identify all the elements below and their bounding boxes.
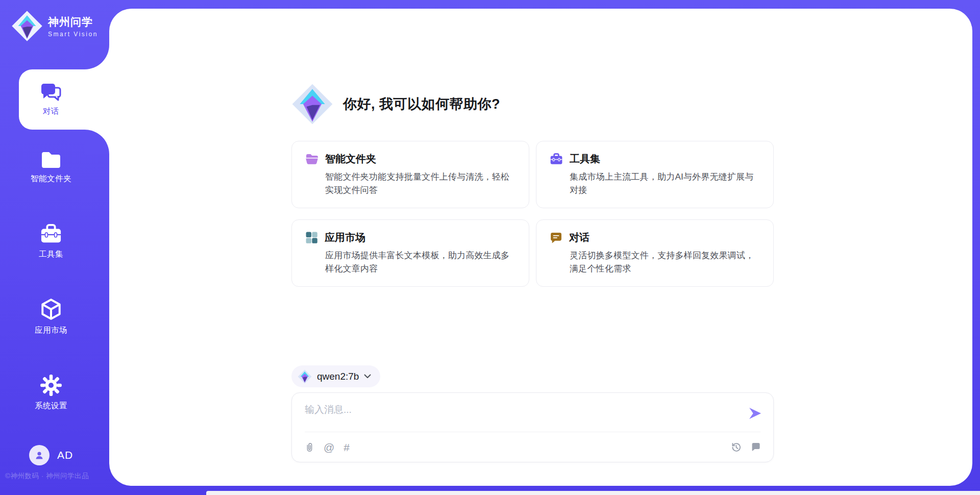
sidebar-item-folder[interactable]: 智能文件夹 bbox=[0, 150, 102, 184]
tab-fillet-top bbox=[85, 45, 109, 69]
sidebar-item-tools[interactable]: 工具集 bbox=[0, 224, 102, 260]
sidebar-item-label: 智能文件夹 bbox=[31, 174, 71, 184]
diamond-logo-icon bbox=[291, 83, 333, 125]
sidebar-item-chat[interactable]: 对话 bbox=[19, 69, 109, 130]
card-title: 对话 bbox=[569, 231, 590, 244]
brand-diamond-logo-icon bbox=[11, 10, 43, 42]
sidebar: 神州问学 Smart Vision 对话 bbox=[0, 0, 109, 495]
model-selector[interactable]: qwen2:7b bbox=[291, 365, 380, 387]
card-head: 对话 bbox=[550, 231, 760, 244]
chat-bubble-icon[interactable] bbox=[751, 442, 761, 452]
composer: @ # bbox=[291, 392, 774, 462]
copyright: ©神州数码 · 神州问学出品 bbox=[5, 472, 107, 481]
model-name: qwen2:7b bbox=[317, 371, 359, 382]
card-chat[interactable]: 对话 灵活切换多模型文件，支持多样回复效果调试，满足个性化需求 bbox=[536, 219, 774, 287]
sidebar-item-chat-inner: 对话 bbox=[19, 69, 83, 130]
gear-icon bbox=[40, 374, 62, 397]
composer-tools-left: @ # bbox=[304, 441, 350, 453]
card-head: 应用市场 bbox=[305, 231, 516, 244]
cube-icon bbox=[39, 298, 63, 321]
sidebar-item-label: 系统设置 bbox=[35, 401, 67, 411]
card-desc: 集成市场上主流工具，助力AI与外界无缝扩展与对接 bbox=[570, 170, 760, 196]
paperclip-icon[interactable] bbox=[304, 441, 314, 453]
card-title: 应用市场 bbox=[325, 231, 365, 244]
sidebar-item-label: 工具集 bbox=[39, 249, 63, 260]
greeting: 你好, 我可以如何帮助你? bbox=[291, 83, 774, 125]
grid-icon bbox=[305, 231, 318, 244]
chevron-down-icon bbox=[364, 374, 371, 379]
app: 神州问学 Smart Vision 对话 bbox=[0, 0, 980, 495]
user-name: AD bbox=[57, 449, 73, 461]
avatar bbox=[29, 445, 50, 465]
folder-icon bbox=[40, 150, 62, 169]
sidebar-item-label: 应用市场 bbox=[35, 325, 67, 336]
brand-subtitle: Smart Vision bbox=[48, 31, 98, 38]
horizontal-scrollbar[interactable] bbox=[206, 491, 980, 495]
feature-cards: 智能文件夹 智能文件夹功能支持批量文件上传与清洗，轻松实现文件问答 bbox=[291, 141, 774, 287]
card-app-market[interactable]: 应用市场 应用市场提供丰富长文本模板，助力高效生成多样化文章内容 bbox=[291, 219, 529, 287]
diamond-logo-icon bbox=[298, 369, 312, 384]
sidebar-item-settings[interactable]: 系统设置 bbox=[0, 374, 102, 411]
person-icon bbox=[33, 449, 45, 461]
hash-icon[interactable]: # bbox=[344, 442, 350, 453]
card-title: 工具集 bbox=[570, 152, 600, 166]
card-head: 工具集 bbox=[550, 152, 760, 166]
composer-toolbar: @ # bbox=[292, 432, 773, 462]
card-toolset[interactable]: 工具集 集成市场上主流工具，助力AI与外界无缝扩展与对接 bbox=[536, 141, 774, 208]
history-icon[interactable] bbox=[731, 442, 742, 453]
card-desc: 智能文件夹功能支持批量文件上传与清洗，轻松实现文件问答 bbox=[325, 170, 516, 196]
card-desc: 应用市场提供丰富长文本模板，助力高效生成多样化文章内容 bbox=[325, 249, 516, 275]
user-profile[interactable]: AD bbox=[0, 445, 102, 465]
message-input[interactable] bbox=[305, 402, 728, 417]
brand-name: 神州问学 bbox=[48, 15, 98, 29]
card-title: 智能文件夹 bbox=[325, 152, 376, 166]
chat-home-content: 你好, 我可以如何帮助你? 智能文件夹 智能文件夹功能支持批量文件上传与清洗，轻… bbox=[291, 83, 774, 125]
card-smart-folder[interactable]: 智能文件夹 智能文件夹功能支持批量文件上传与清洗，轻松实现文件问答 bbox=[291, 141, 529, 208]
chat-bubbles-icon bbox=[40, 82, 62, 103]
at-icon[interactable]: @ bbox=[324, 442, 334, 453]
toolbox-icon bbox=[550, 153, 563, 165]
chat-bubble-icon bbox=[550, 232, 562, 244]
card-head: 智能文件夹 bbox=[305, 152, 516, 166]
brand: 神州问学 Smart Vision bbox=[11, 10, 98, 42]
greeting-title: 你好, 我可以如何帮助你? bbox=[343, 95, 500, 113]
send-button[interactable] bbox=[748, 407, 762, 420]
brand-text: 神州问学 Smart Vision bbox=[48, 15, 98, 38]
sidebar-item-market[interactable]: 应用市场 bbox=[0, 298, 102, 336]
sidebar-item-label: 对话 bbox=[43, 106, 59, 117]
card-desc: 灵活切换多模型文件，支持多样回复效果调试，满足个性化需求 bbox=[570, 249, 760, 275]
folder-icon bbox=[305, 153, 318, 165]
send-icon bbox=[748, 407, 762, 420]
toolbox-icon bbox=[39, 224, 63, 245]
composer-tools-right bbox=[731, 442, 761, 453]
